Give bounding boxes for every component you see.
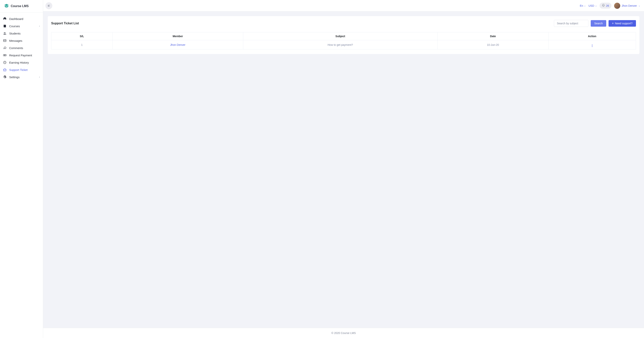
sidebar-item-comments[interactable]: Comments [0, 44, 43, 52]
table-row: 1Jhon DenverHow to get payment?10-Jun-20 [51, 40, 636, 50]
chevron-right-icon: › [39, 76, 40, 78]
sidebar-item-label: Comments [9, 46, 23, 50]
notification-count: 26 [606, 4, 609, 7]
brand-logo-icon [4, 4, 9, 9]
currency-selector[interactable]: USD ⌄ [588, 4, 597, 7]
sidebar-item-support-ticket[interactable]: Support Ticket [0, 66, 43, 74]
mail-open-icon [3, 68, 6, 72]
main-area: En ⌄ USD ⌄ 26 Jhon Denver ⌄ [43, 0, 644, 338]
cell-date: 10-Jun-20 [438, 40, 548, 50]
footer-text: © 2020 Course LMS [43, 328, 644, 338]
chevron-down-icon: ⌄ [584, 4, 586, 7]
avatar [614, 3, 620, 9]
search-button[interactable]: Search [591, 20, 606, 27]
col-member: Member [112, 32, 243, 40]
money-icon [3, 54, 6, 57]
cell-action [548, 40, 636, 50]
chevron-down-icon: ⌄ [595, 4, 597, 7]
col-sl: S/L [51, 32, 112, 40]
history-icon [3, 61, 6, 64]
sidebar-item-label: Dashboard [9, 17, 23, 20]
sidebar-item-courses[interactable]: Courses› [0, 22, 43, 30]
col-subject: Subject [243, 32, 438, 40]
brand-name: Course LMS [11, 4, 28, 8]
svg-point-4 [4, 55, 5, 56]
bell-icon [602, 4, 605, 8]
sidebar-nav: DashboardCourses›StudentsMessagesComment… [0, 12, 43, 338]
language-selector[interactable]: En ⌄ [580, 4, 586, 7]
row-action-menu[interactable] [592, 44, 592, 47]
topbar: En ⌄ USD ⌄ 26 Jhon Denver ⌄ [43, 0, 644, 12]
search-button-label: Search [594, 22, 602, 25]
sidebar-item-label: Request Payment [9, 54, 32, 57]
currency-label: USD [588, 4, 594, 7]
chevron-right-icon: › [39, 25, 40, 28]
sidebar-item-messages[interactable]: Messages [0, 37, 43, 44]
col-date: Date [438, 32, 548, 40]
tickets-table: S/L Member Subject Date Action 1Jhon Den… [51, 32, 636, 50]
envelope-icon [3, 39, 6, 42]
sidebar: Course LMS DashboardCourses›StudentsMess… [0, 0, 43, 338]
page-title: Support Ticket List [51, 22, 79, 25]
sidebar-item-label: Settings [9, 76, 20, 79]
plus-icon: + [612, 22, 614, 25]
need-support-button[interactable]: + Need support? [608, 20, 636, 27]
gear-icon [3, 75, 6, 79]
notifications-button[interactable]: 26 [600, 3, 612, 8]
user-menu[interactable]: Jhon Denver ⌄ [614, 3, 640, 9]
cell-sl: 1 [51, 40, 112, 50]
cell-subject: How to get payment? [243, 40, 438, 50]
chevron-down-icon: ⌄ [638, 4, 640, 7]
support-ticket-card: Support Ticket List Search + Need suppor… [48, 16, 640, 54]
sidebar-item-label: Earning History [9, 61, 29, 64]
sidebar-item-label: Courses [9, 24, 20, 28]
dashboard-icon [3, 17, 6, 20]
comments-icon [3, 46, 6, 50]
username-label: Jhon Denver [622, 4, 637, 7]
sidebar-item-dashboard[interactable]: Dashboard [0, 15, 43, 22]
users-icon [3, 32, 6, 35]
need-support-label: Need support? [615, 22, 632, 25]
sidebar-toggle-button[interactable] [46, 2, 52, 9]
sidebar-item-settings[interactable]: Settings› [0, 74, 43, 81]
svg-point-1 [5, 32, 6, 33]
sidebar-item-label: Students [9, 32, 20, 35]
search-input[interactable] [554, 20, 588, 27]
language-label: En [580, 4, 583, 7]
cell-member-link[interactable]: Jhon Denver [112, 40, 243, 50]
col-action: Action [548, 32, 636, 40]
sidebar-item-label: Messages [9, 39, 22, 42]
brand-logo[interactable]: Course LMS [0, 0, 43, 12]
book-icon [3, 24, 6, 28]
sidebar-item-label: Support Ticket [9, 68, 28, 72]
sidebar-item-request-payment[interactable]: Request Payment [0, 52, 43, 59]
sidebar-item-students[interactable]: Students [0, 30, 43, 37]
sidebar-item-earning-history[interactable]: Earning History [0, 59, 43, 66]
content: Support Ticket List Search + Need suppor… [43, 12, 644, 328]
svg-point-0 [4, 32, 5, 33]
